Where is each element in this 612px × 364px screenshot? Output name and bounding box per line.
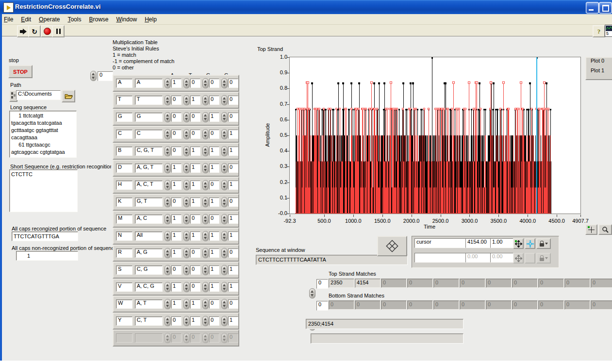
value-spinner[interactable] xyxy=(165,180,171,190)
value-spinner[interactable] xyxy=(202,129,209,139)
value-spinner[interactable] xyxy=(221,146,228,156)
value-spinner[interactable] xyxy=(183,282,190,292)
value-field[interactable]: 1 xyxy=(171,215,182,224)
value-field[interactable]: 0 xyxy=(209,181,219,190)
value-field[interactable]: 0 xyxy=(228,164,238,173)
value-spinner[interactable] xyxy=(183,299,190,309)
code-field[interactable]: A xyxy=(116,79,132,88)
bases-field[interactable]: A, C, T xyxy=(135,181,163,190)
menu-item-edit[interactable]: Edit xyxy=(17,14,35,24)
maximize-button[interactable] xyxy=(599,2,612,14)
cursor-move-button[interactable] xyxy=(513,238,524,249)
bases-field[interactable]: G, T xyxy=(135,198,163,207)
value-spinner[interactable] xyxy=(221,265,228,275)
value-field[interactable]: 0 xyxy=(190,113,200,122)
cursor-y-field[interactable]: 1.00 xyxy=(490,238,513,248)
value-field[interactable]: 0 xyxy=(190,265,200,275)
value-spinner[interactable] xyxy=(202,316,209,326)
stop-button[interactable]: STOP xyxy=(8,65,33,78)
value-field[interactable]: 1 xyxy=(171,79,182,88)
value-spinner[interactable] xyxy=(202,163,209,173)
cursor-tool-button[interactable] xyxy=(585,224,597,235)
value-field[interactable]: 1 xyxy=(190,299,200,309)
menu-item-browse[interactable]: Browse xyxy=(85,14,112,24)
value-field[interactable]: 1 xyxy=(228,232,238,241)
value-field[interactable]: 0 xyxy=(190,130,200,139)
value-spinner[interactable] xyxy=(221,248,228,258)
value-spinner[interactable] xyxy=(221,112,228,122)
code-field[interactable]: H xyxy=(116,181,132,190)
code-field[interactable]: N xyxy=(116,232,132,241)
cursor-x-field[interactable]: 4154.00 xyxy=(465,238,492,248)
path-control[interactable]: C:\Documents xyxy=(9,90,61,101)
cursor-snap-button[interactable] xyxy=(525,253,535,264)
value-spinner[interactable] xyxy=(183,78,190,88)
table-index-spinner[interactable] xyxy=(90,71,97,81)
value-spinner[interactable] xyxy=(202,78,209,88)
browse-button[interactable] xyxy=(62,90,75,102)
value-spinner[interactable] xyxy=(165,95,171,105)
value-spinner[interactable] xyxy=(221,231,228,241)
code-field[interactable]: S xyxy=(116,265,132,275)
value-field[interactable]: 1 xyxy=(190,198,200,207)
value-spinner[interactable] xyxy=(202,231,209,241)
value-field[interactable]: 1 xyxy=(171,282,182,292)
bases-field[interactable]: T xyxy=(135,96,163,105)
value-spinner[interactable] xyxy=(202,146,209,156)
value-field[interactable]: 1 xyxy=(209,248,219,258)
cursor-lock-button[interactable] xyxy=(536,238,551,249)
cursor-lock-button[interactable] xyxy=(536,253,551,264)
bases-field[interactable]: A, G xyxy=(135,248,163,258)
value-spinner[interactable] xyxy=(183,146,190,156)
cursor-move-button[interactable] xyxy=(513,253,524,264)
pause-button[interactable] xyxy=(52,25,65,37)
value-spinner[interactable] xyxy=(165,299,171,309)
value-spinner[interactable] xyxy=(165,282,171,292)
bases-field[interactable]: A, C, G xyxy=(135,282,163,292)
value-spinner[interactable] xyxy=(165,163,171,173)
bottom-matches-index-value[interactable]: 0 xyxy=(316,301,328,311)
value-field[interactable]: 0 xyxy=(171,113,182,122)
value-field[interactable]: 0 xyxy=(171,147,182,156)
run-continuous-button[interactable]: ↻ xyxy=(28,25,41,37)
help-button[interactable]: ? xyxy=(593,25,605,37)
value-field[interactable]: 0 xyxy=(228,113,238,122)
value-field[interactable]: 1 xyxy=(209,113,219,122)
code-field[interactable]: Y xyxy=(116,316,132,326)
value-field[interactable]: 0 xyxy=(228,198,238,207)
value-spinner[interactable] xyxy=(165,265,171,275)
value-spinner[interactable] xyxy=(202,299,209,309)
value-spinner[interactable] xyxy=(183,248,190,258)
value-spinner[interactable] xyxy=(221,95,228,105)
cursor-name-field[interactable]: cursor xyxy=(414,238,467,248)
value-spinner[interactable] xyxy=(165,146,171,156)
value-spinner[interactable] xyxy=(221,180,228,190)
value-field[interactable]: 0 xyxy=(171,316,182,326)
short-sequence-box[interactable]: CTCTTC xyxy=(9,169,78,212)
code-field[interactable]: W xyxy=(116,299,132,309)
cursor-mover-button[interactable] xyxy=(377,236,407,256)
value-spinner[interactable] xyxy=(202,112,209,122)
value-field[interactable]: 1 xyxy=(190,232,200,241)
value-spinner[interactable] xyxy=(221,214,228,224)
value-field[interactable]: 1 xyxy=(228,265,238,275)
bases-field[interactable]: G xyxy=(135,113,163,122)
code-field[interactable]: V xyxy=(116,282,132,292)
value-spinner[interactable] xyxy=(202,214,209,224)
bases-field[interactable]: A, C xyxy=(135,215,163,224)
value-spinner[interactable] xyxy=(183,163,190,173)
top-strand-chart[interactable] xyxy=(290,57,580,214)
bases-field[interactable]: C, T xyxy=(135,316,163,326)
value-spinner[interactable] xyxy=(221,78,228,88)
value-field[interactable]: 0 xyxy=(171,198,182,207)
bases-field[interactable]: A, G, T xyxy=(135,164,163,173)
value-spinner[interactable] xyxy=(183,231,190,241)
code-field[interactable]: M xyxy=(116,215,132,224)
value-field[interactable]: 0 xyxy=(209,96,219,105)
value-field[interactable]: 1 xyxy=(209,265,219,275)
code-field[interactable]: K xyxy=(116,198,132,207)
value-field[interactable]: 1 xyxy=(209,232,219,241)
value-field[interactable]: 1 xyxy=(209,147,219,156)
value-spinner[interactable] xyxy=(165,214,171,224)
bases-field[interactable]: C, G xyxy=(135,265,163,275)
